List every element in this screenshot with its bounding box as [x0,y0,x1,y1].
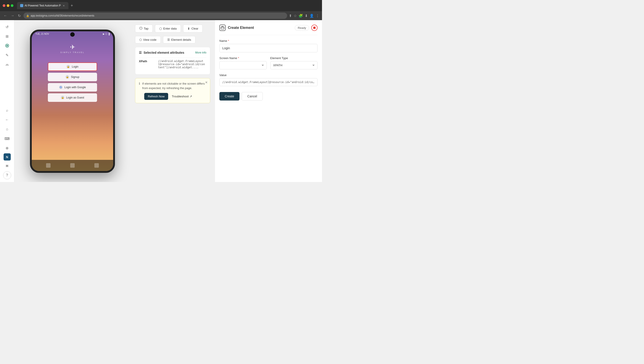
login-lock-icon: 🔒 [66,65,70,69]
enter-data-label: Enter data [163,27,177,30]
element-type-label: Element Type [270,56,318,60]
back-button[interactable]: ← [3,13,8,18]
phone-signup-button[interactable]: 🔒 Signup [48,73,97,81]
tap-icon [139,27,142,31]
sidebar-icon-refresh[interactable]: ↺ [3,23,11,31]
lock-icon: 🔒 [26,14,29,17]
signup-lock-icon: 🔒 [66,75,69,79]
clear-button[interactable]: ⬆ Clear [183,25,202,33]
phone-login-button[interactable]: 🔒 Login [48,62,97,71]
reload-button[interactable]: ↻ [17,13,22,18]
sidebar-icon-back[interactable]: ← [3,116,11,124]
cancel-button[interactable]: Cancel [242,92,263,101]
sidebar-icon-home[interactable]: ⌂ [3,125,11,133]
profile-icon[interactable]: 👤 [310,14,314,18]
center-panel: Tap ⬡ Enter data ⬆ Clear ⬡ View code [130,20,215,182]
menu-icon[interactable]: ⋮ [316,14,319,18]
action-buttons: Tap ⬡ Enter data ⬆ Clear [135,25,210,33]
sidebar-icon-record[interactable] [3,42,11,50]
header-divider [219,35,318,35]
name-input[interactable] [219,44,318,52]
view-code-icon: ⬡ [139,38,142,41]
screen-element-row: Screen Name * Element Type XPATH ID CSS … [219,56,318,69]
svg-point-2 [7,65,8,66]
value-label: Value [219,73,318,77]
tab-bar: AI Powered Test Automation P ✕ + [17,2,319,9]
phone-time: TUE, 21 NOV [35,33,49,35]
enter-data-button[interactable]: ⬡ Enter data [155,25,181,33]
create-button[interactable]: Create [219,92,240,101]
troubleshoot-link[interactable]: Troubleshoot ↗ [172,95,192,98]
share-icon[interactable]: ⬆ [289,14,292,18]
app-logo: ✈ SIMPLY TRAVEL [60,43,84,54]
phone-home-icon [70,163,75,168]
minimize-window-button[interactable] [7,4,10,7]
form-actions: Create Cancel [219,90,318,101]
create-element-title: Create Element [219,25,254,31]
xpath-row: XPath //android.widget.FrameLayout[@reso… [139,58,206,71]
new-tab-button[interactable]: + [69,3,74,8]
google-icon: G [59,86,62,89]
external-link-icon: ↗ [190,95,192,98]
close-tab-button[interactable]: ✕ [62,4,65,7]
close-window-button[interactable] [3,4,5,7]
element-details-button[interactable]: ☰ Element details [163,36,196,43]
name-label: Name * [219,39,318,43]
value-field: Value [219,73,318,86]
main-content: TUE, 21 NOV ▶ ⬡ ▐ ✈ SIMPLY TRAVEL 🔒 [14,20,322,182]
right-panel: Create Element Ready Name * [215,20,322,182]
element-type-select[interactable]: XPATH ID CSS ACCESSIBILITY_ID [270,61,318,69]
close-banner-button[interactable]: ✕ [205,81,208,84]
phone-mockup: TUE, 21 NOV ▶ ⬡ ▐ ✈ SIMPLY TRAVEL 🔒 [30,30,115,173]
enter-data-icon: ⬡ [159,27,162,31]
sidebar-icon-search[interactable]: ⌕ [3,106,11,114]
screen-name-select[interactable] [219,61,267,69]
sidebar-avatar-n[interactable]: N [4,153,11,160]
value-input[interactable] [219,78,318,86]
tab-favicon [20,4,23,7]
name-required-marker: * [228,39,229,43]
sidebar-icon-signal[interactable] [3,60,11,69]
sidebar-icon-layers[interactable]: ⊗ [3,144,11,152]
more-info-link[interactable]: More info [195,51,206,54]
xpath-value: //android.widget.FrameLayout[@resource-i… [158,60,206,69]
screen-name-label: Screen Name * [219,56,267,60]
info-banner: ℹ If elements are not clickable or the s… [135,78,210,103]
phone-guest-login-button[interactable]: 🔒 Login as Guest [48,93,97,102]
svg-rect-3 [221,27,224,29]
phone-recents-icon [94,163,99,168]
view-code-button[interactable]: ⬡ View code [135,36,161,43]
info-banner-content: ℹ If elements are not clickable or the s… [139,81,206,90]
sidebar-icon-keyboard[interactable]: ⌨ [3,134,11,143]
forward-button[interactable]: → [10,13,15,18]
phone-notch [70,32,75,37]
address-bar[interactable]: 🔒 app.testsigma.com/ui/td/36/elements/re… [24,13,287,19]
phone-app-content: ✈ SIMPLY TRAVEL 🔒 Login 🔒 [32,37,113,102]
tap-label: Tap [144,27,148,30]
phone-google-login-button[interactable]: G Login with Google [48,83,97,92]
tap-button[interactable]: Tap [135,25,153,33]
refresh-now-button[interactable]: Refresh Now [144,93,168,100]
sidebar-avatar-h[interactable]: H [3,162,11,170]
element-attrs-title: ☰ Selected element attributes [139,51,184,54]
login-label: Login [72,65,78,68]
app-container: ↺ ⊞ ✎ ⌕ ← ⌂ ⌨ ⊗ N H ? [0,20,322,182]
left-sidebar: ↺ ⊞ ✎ ⌕ ← ⌂ ⌨ ⊗ N H ? [0,20,14,182]
extensions-icon[interactable]: 🧩 [298,14,303,18]
phone-status-bar: TUE, 21 NOV ▶ ⬡ ▐ [32,31,113,37]
stop-recording-button[interactable] [311,25,318,31]
sidebar-icon-help[interactable]: ? [3,171,11,179]
active-tab[interactable]: AI Powered Test Automation P ✕ [17,2,68,9]
download-icon[interactable]: ⬇ [305,14,308,18]
sidebar-icon-pen[interactable]: ✎ [3,51,11,59]
sidebar-icon-grid[interactable]: ⊞ [3,32,11,40]
app-logo-text: SIMPLY TRAVEL [60,51,84,54]
fullscreen-window-button[interactable] [11,4,14,7]
nav-bar: ← → ↻ 🔒 app.testsigma.com/ui/td/36/eleme… [0,11,322,20]
signup-label: Signup [71,75,79,79]
attrs-title-text: Selected element attributes [144,51,184,54]
bookmark-icon[interactable]: ☆ [294,14,297,18]
clear-label: Clear [192,27,198,30]
phone-screen: TUE, 21 NOV ▶ ⬡ ▐ ✈ SIMPLY TRAVEL 🔒 [32,31,113,171]
phone-buttons: 🔒 Login 🔒 Signup G Login wit [48,62,97,102]
